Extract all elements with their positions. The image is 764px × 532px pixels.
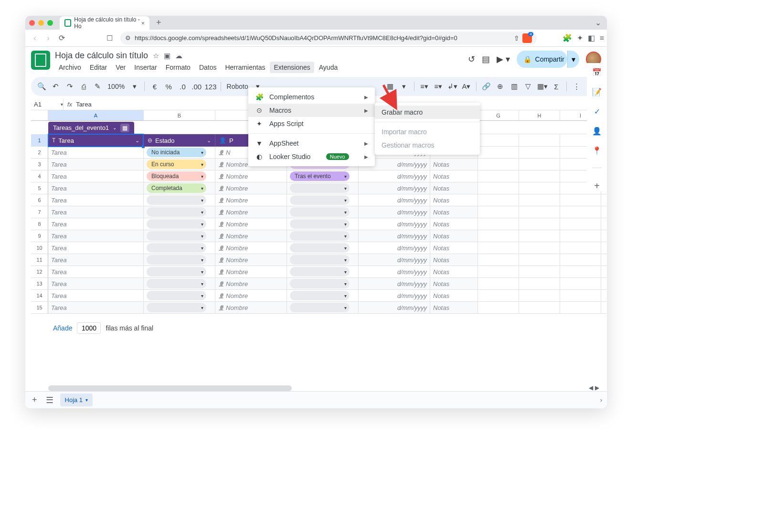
percent-icon[interactable]: % xyxy=(163,81,175,92)
formula-value[interactable]: Tarea xyxy=(76,101,92,108)
back-button[interactable]: ‹ xyxy=(28,32,42,45)
tasks-icon[interactable]: ✓ xyxy=(594,107,600,116)
row-header[interactable]: 3 xyxy=(31,159,48,170)
status-pill[interactable]: Completada xyxy=(147,183,206,193)
cell-estado[interactable] xyxy=(144,218,215,230)
cell-fecha[interactable]: d/mm/yyyy xyxy=(359,194,430,206)
ext-menu-item[interactable]: 🧩Complementos▶ xyxy=(248,90,375,104)
row-header[interactable]: 2 xyxy=(31,147,48,159)
sheets-logo-icon[interactable] xyxy=(31,51,50,70)
decrease-decimal-icon[interactable]: .0 xyxy=(177,81,189,92)
row-header[interactable]: 15 xyxy=(31,302,48,314)
url-field[interactable]: ⚙ https://docs.google.com/spreadsheets/d… xyxy=(120,32,537,45)
row-header[interactable]: 7 xyxy=(31,206,48,218)
zoom-level[interactable]: 100% xyxy=(106,83,127,90)
status-pill[interactable] xyxy=(147,279,206,288)
cell-notas[interactable]: Notas xyxy=(430,254,478,266)
table-header[interactable]: TTarea⌄ xyxy=(48,134,144,147)
doc-title[interactable]: Hoja de cálculo sin título xyxy=(55,51,148,61)
cell-tipo[interactable] xyxy=(287,242,359,254)
keep-icon[interactable]: 📝 xyxy=(592,87,602,96)
cell-notas[interactable]: Notas xyxy=(430,206,478,218)
cell-fecha[interactable]: d/mm/yyyy xyxy=(359,170,430,182)
extensions-icon[interactable]: ✦ xyxy=(577,33,583,43)
row-header[interactable]: 9 xyxy=(31,230,48,242)
cell-fecha[interactable]: d/mm/yyyy xyxy=(359,278,430,290)
bookmark-icon[interactable]: ☐ xyxy=(106,34,113,43)
row-header[interactable]: 13 xyxy=(31,278,48,290)
status-pill[interactable]: No iniciada xyxy=(147,148,206,157)
wrap-icon[interactable]: ↲▾ xyxy=(446,81,458,92)
person-chip[interactable]: Nombre xyxy=(218,233,248,240)
cell-tarea[interactable]: Tarea xyxy=(48,170,144,182)
halign-icon[interactable]: ≡▾ xyxy=(418,81,430,92)
cell-notas[interactable]: Notas xyxy=(430,230,478,242)
chart-icon[interactable]: ▥ xyxy=(509,81,520,92)
cell-notas[interactable]: Notas xyxy=(430,266,478,278)
menu-herramientas[interactable]: Herramientas xyxy=(221,62,269,73)
cell-nombre[interactable]: Nombre xyxy=(215,266,287,278)
move-icon[interactable]: ▣ xyxy=(164,52,170,60)
menu-archivo[interactable]: Archivo xyxy=(55,62,85,73)
status-pill[interactable] xyxy=(147,243,206,253)
cell-tipo[interactable] xyxy=(287,182,359,194)
share-dropdown[interactable]: ▾ xyxy=(567,51,579,68)
type-pill[interactable] xyxy=(290,291,350,300)
person-chip[interactable]: Nombre xyxy=(218,280,248,287)
forward-button[interactable]: › xyxy=(42,32,55,45)
status-pill[interactable] xyxy=(147,255,206,265)
cell-notas[interactable]: Notas xyxy=(430,302,478,314)
cell-fecha[interactable]: d/mm/yyyy xyxy=(359,182,430,194)
status-pill[interactable] xyxy=(147,219,206,229)
cell-estado[interactable]: En curso xyxy=(144,159,215,170)
maximize-window-icon[interactable] xyxy=(47,20,53,26)
cell-nombre[interactable]: Nombre xyxy=(215,254,287,266)
status-pill[interactable] xyxy=(147,195,206,205)
cell-tarea[interactable]: Tarea xyxy=(48,266,144,278)
explore-icon[interactable]: › xyxy=(600,397,602,404)
cell-notas[interactable]: Notas xyxy=(430,278,478,290)
cell-tipo[interactable] xyxy=(287,194,359,206)
new-tab-button[interactable]: + xyxy=(156,18,161,28)
person-chip[interactable]: Nombre xyxy=(218,161,248,168)
more-icon[interactable]: ⋮ xyxy=(571,81,583,92)
submenu-item[interactable]: Grabar macro xyxy=(375,106,480,119)
cell-tarea[interactable]: Tarea xyxy=(48,218,144,230)
cell-notas[interactable]: Notas xyxy=(430,170,478,182)
cell-notas[interactable]: Notas xyxy=(430,182,478,194)
cell-tipo[interactable] xyxy=(287,278,359,290)
cell-fecha[interactable]: d/mm/yyyy xyxy=(359,206,430,218)
cell-nombre[interactable]: Nombre xyxy=(215,170,287,182)
cell-nombre[interactable]: Nombre xyxy=(215,230,287,242)
cell-notas[interactable]: Notas xyxy=(430,194,478,206)
cell-tipo[interactable]: Tras el evento xyxy=(287,170,359,182)
link-icon[interactable]: 🔗 xyxy=(480,81,492,92)
cell-notas[interactable]: Notas xyxy=(430,242,478,254)
redo-icon[interactable]: ↷ xyxy=(64,81,76,92)
cell-notas[interactable]: Notas xyxy=(430,159,478,170)
menu-formato[interactable]: Formato xyxy=(162,62,194,73)
status-pill[interactable] xyxy=(147,267,206,277)
currency-icon[interactable]: € xyxy=(149,81,160,92)
column-header[interactable]: H xyxy=(519,110,560,121)
cell-fecha[interactable]: d/mm/yyyy xyxy=(359,230,430,242)
person-chip[interactable]: Nombre xyxy=(218,292,248,299)
row-header[interactable]: 1 xyxy=(31,134,48,147)
calendar-icon[interactable]: 📅 xyxy=(592,68,602,77)
row-header[interactable]: 12 xyxy=(31,266,48,278)
cell-notas[interactable]: Notas xyxy=(430,290,478,302)
comments-icon[interactable]: ▤ xyxy=(482,54,490,64)
row-header[interactable]: 5 xyxy=(31,182,48,194)
cell-nombre[interactable]: Nombre xyxy=(215,278,287,290)
ext-menu-item[interactable]: ⊙Macros▶ xyxy=(248,104,375,117)
add-addon-icon[interactable]: + xyxy=(594,181,600,192)
cell-estado[interactable] xyxy=(144,242,215,254)
type-pill[interactable] xyxy=(290,255,350,265)
add-sheet-button[interactable]: + xyxy=(30,393,39,407)
valign-icon[interactable]: ≡▾ xyxy=(432,81,444,92)
cell-nombre[interactable]: Nombre xyxy=(215,242,287,254)
reload-button[interactable]: ⟳ xyxy=(55,32,68,45)
table-chip[interactable]: Tareas_del_evento1⌄▦ xyxy=(48,122,134,134)
share-icon[interactable]: ⇧ xyxy=(514,34,520,42)
cell-notas[interactable]: Notas xyxy=(430,218,478,230)
